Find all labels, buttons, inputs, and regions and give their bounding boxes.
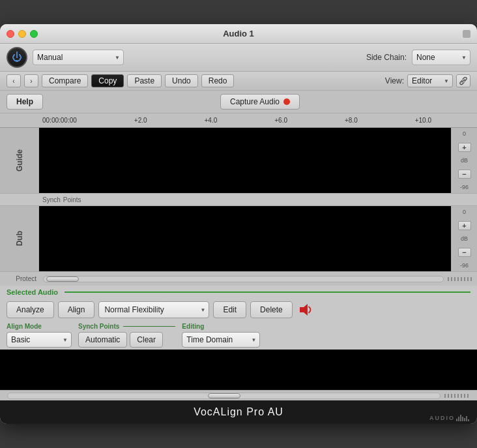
toolbar-row2: ‹ › Compare Copy Paste Undo Redo View: E… [0, 72, 477, 91]
main-window: Audio 1 ⏻ Manual Auto Custom Side Chain:… [0, 24, 477, 424]
traffic-lights [7, 30, 38, 38]
bottom-tick-marks [444, 394, 474, 398]
mode-row: Align Mode Basic Advanced Synch Points A… [0, 321, 477, 350]
bottom-scrollbar-thumb[interactable] [208, 393, 240, 398]
ruler-marks: 00:00:00:00 +2.0 +4.0 +6.0 +8.0 +10.0 [42, 117, 431, 124]
redo-button[interactable]: Redo [201, 74, 235, 87]
synch-points-label: Synch Points [78, 323, 119, 330]
svg-marker-0 [300, 304, 308, 316]
dub-db-96: -96 [460, 262, 469, 269]
synch-divider [123, 326, 175, 327]
preset-dropdown[interactable]: Manual Auto Custom [33, 50, 124, 65]
capture-audio-button[interactable]: Capture Audio [220, 94, 300, 110]
ruler-mark-1: +2.0 [134, 117, 147, 124]
capture-label: Capture Audio [230, 97, 280, 106]
titlebar: Audio 1 [0, 24, 477, 44]
dub-db-0: 0 [463, 209, 466, 215]
dub-waveform [39, 206, 451, 271]
edit-button[interactable]: Edit [213, 301, 246, 318]
logo-bars [456, 415, 469, 421]
maximize-button[interactable] [30, 30, 38, 38]
bottom-scrollbar-track [0, 390, 477, 400]
ruler-mark-0: 00:00:00:00 [42, 117, 77, 124]
window-title: Audio 1 [223, 29, 254, 38]
view-dropdown-wrapper: Editor Overview [407, 74, 453, 87]
dub-db-label: dB [461, 235, 468, 242]
link-icon[interactable] [456, 74, 470, 87]
guide-db-label: dB [461, 157, 468, 164]
analyze-button[interactable]: Analyze [7, 301, 54, 318]
synch-label-left: Synch [42, 196, 61, 203]
ruler-mark-2: +4.0 [205, 117, 218, 124]
selected-audio-label: Selected Audio [7, 288, 58, 296]
dub-db-minus[interactable]: − [458, 248, 471, 257]
help-row: Help Capture Audio [0, 91, 477, 113]
synch-buttons: Automatic Clear [78, 332, 163, 348]
compare-button[interactable]: Compare [42, 74, 88, 87]
flexibility-dropdown[interactable]: Normal Flexibility High Flexibility Low … [98, 301, 209, 318]
protect-bar: Protect [0, 271, 477, 286]
next-button[interactable]: › [24, 74, 38, 87]
paste-button[interactable]: Paste [127, 74, 162, 87]
sidechain-dropdown[interactable]: None Audio 1 Audio 2 [412, 50, 470, 65]
close-button[interactable] [7, 30, 14, 38]
synch-points-group: Synch Points Automatic Clear [78, 323, 175, 348]
view-dropdown[interactable]: Editor Overview [407, 74, 453, 87]
dub-db-scale: 0 + dB − -96 [451, 206, 477, 271]
automatic-button[interactable]: Automatic [78, 332, 127, 348]
resize-handle [463, 30, 470, 38]
tick-marks [448, 277, 477, 281]
guide-db-0: 0 [463, 130, 466, 137]
dub-label-container: Dub [0, 206, 39, 271]
flexibility-wrapper: Normal Flexibility High Flexibility Low … [98, 301, 209, 318]
guide-waveform [39, 128, 451, 193]
speaker-icon[interactable] [296, 301, 315, 319]
guide-db-96: -96 [460, 184, 469, 190]
power-button[interactable]: ⏻ [7, 47, 27, 68]
ruler-mark-3: +6.0 [274, 117, 287, 124]
editing-dropdown[interactable]: Time Domain Frequency Domain [182, 332, 260, 348]
align-mode-label: Align Mode [7, 323, 42, 330]
help-button[interactable]: Help [7, 94, 43, 110]
align-mode-dropdown[interactable]: Basic Advanced [7, 332, 72, 348]
guide-db-minus[interactable]: − [458, 170, 471, 179]
dub-section: Dub 0 + dB − -96 [0, 206, 477, 271]
synch-label-right: Points [63, 196, 81, 203]
minimize-button[interactable] [18, 30, 26, 38]
align-mode-group: Align Mode Basic Advanced [7, 323, 72, 348]
capture-indicator [283, 98, 290, 105]
logo-area: AUDIO [429, 415, 469, 421]
dub-db-plus[interactable]: + [458, 221, 471, 230]
horizontal-scrollbar[interactable] [43, 276, 444, 282]
sidechain-dropdown-wrapper: None Audio 1 Audio 2 [412, 50, 470, 65]
bottom-scrollbar[interactable] [7, 393, 441, 399]
copy-button[interactable]: Copy [91, 74, 124, 87]
synch-header: Synch Points [78, 323, 175, 330]
clear-button[interactable]: Clear [130, 332, 163, 348]
bottom-bar: VocALign Pro AU AUDIO [0, 400, 477, 424]
logo-text: AUDIO [429, 415, 455, 421]
synch-points-bar: Synch Points [0, 193, 477, 206]
selected-audio-line [65, 291, 470, 293]
action-row: Analyze Align Normal Flexibility High Fl… [0, 299, 477, 321]
editing-dropdown-wrapper: Time Domain Frequency Domain [182, 332, 260, 348]
guide-db-scale: 0 + dB − -96 [451, 128, 477, 193]
toolbar-row1: ⏻ Manual Auto Custom Side Chain: None Au… [0, 44, 477, 72]
dub-label: Dub [0, 231, 38, 246]
editing-group: Editing Time Domain Frequency Domain [182, 323, 260, 348]
align-button[interactable]: Align [58, 301, 95, 318]
bottom-waveform [0, 350, 477, 390]
app-title: VocALign Pro AU [194, 406, 283, 418]
protect-label: Protect [0, 275, 39, 282]
editing-label: Editing [182, 323, 204, 330]
undo-button[interactable]: Undo [165, 74, 198, 87]
prev-button[interactable]: ‹ [7, 74, 21, 87]
delete-button[interactable]: Delete [250, 301, 293, 318]
guide-section: Guide 0 + dB − -96 [0, 128, 477, 193]
ruler-mark-4: +8.0 [345, 117, 358, 124]
timeline-ruler: 00:00:00:00 +2.0 +4.0 +6.0 +8.0 +10.0 [0, 113, 477, 128]
guide-db-plus[interactable]: + [458, 143, 471, 152]
scrollbar-thumb[interactable] [46, 276, 79, 282]
preset-dropdown-wrapper: Manual Auto Custom [33, 50, 124, 65]
guide-label: Guide [0, 149, 38, 172]
